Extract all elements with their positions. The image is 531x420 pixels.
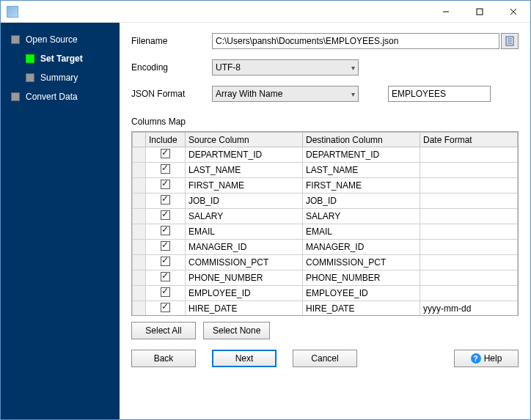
source-cell[interactable]: EMAIL [186, 224, 303, 240]
browse-button[interactable] [501, 33, 519, 49]
row-header-cell[interactable] [133, 209, 146, 224]
include-header[interactable]: Include [146, 133, 186, 147]
destination-cell[interactable]: LAST_NAME [303, 163, 420, 178]
destination-cell[interactable]: DEPARTMENT_ID [303, 147, 420, 163]
destination-cell[interactable]: PHONE_NUMBER [303, 270, 420, 286]
table-row[interactable]: FIRST_NAMEFIRST_NAME [133, 178, 518, 194]
row-header-cell[interactable] [133, 286, 146, 301]
table-row[interactable]: LAST_NAMELAST_NAME [133, 163, 518, 178]
row-header-cell[interactable] [133, 147, 146, 163]
step-open-source[interactable]: Open Source [1, 30, 120, 49]
date-format-cell[interactable] [420, 270, 518, 286]
include-cell[interactable] [146, 178, 186, 194]
include-cell[interactable] [146, 209, 186, 224]
date-format-cell[interactable] [420, 286, 518, 301]
include-cell[interactable] [146, 270, 186, 286]
table-row[interactable]: MANAGER_IDMANAGER_ID [133, 240, 518, 255]
source-cell[interactable]: DEPARTMENT_ID [186, 147, 303, 163]
source-cell[interactable]: EMPLOYEE_ID [186, 286, 303, 301]
destination-cell[interactable]: HIRE_DATE [303, 301, 420, 317]
destination-cell[interactable]: EMAIL [303, 224, 420, 240]
source-column-header[interactable]: Source Column [186, 133, 303, 147]
help-label: Help [484, 353, 502, 364]
include-checkbox[interactable] [161, 226, 170, 235]
include-checkbox[interactable] [161, 303, 170, 312]
destination-column-header[interactable]: Destination Column [303, 133, 420, 147]
source-cell[interactable]: MANAGER_ID [186, 240, 303, 255]
destination-cell[interactable]: FIRST_NAME [303, 178, 420, 194]
destination-cell[interactable]: MANAGER_ID [303, 240, 420, 255]
date-format-cell[interactable] [420, 240, 518, 255]
include-checkbox[interactable] [161, 257, 170, 266]
table-row[interactable]: COMMISSION_PCTCOMMISSION_PCT [133, 255, 518, 270]
source-cell[interactable]: JOB_ID [186, 194, 303, 209]
include-checkbox[interactable] [161, 272, 170, 281]
minimize-button[interactable] [429, 1, 463, 23]
include-checkbox[interactable] [161, 287, 170, 297]
select-all-button[interactable]: Select All [131, 322, 196, 339]
table-row[interactable]: EMAILEMAIL [133, 224, 518, 240]
include-checkbox[interactable] [161, 180, 170, 189]
source-cell[interactable]: LAST_NAME [186, 163, 303, 178]
close-button[interactable] [497, 1, 530, 23]
step-convert-data[interactable]: Convert Data [1, 87, 120, 106]
row-header-cell[interactable] [133, 301, 146, 317]
destination-cell[interactable]: EMPLOYEE_ID [303, 286, 420, 301]
date-format-cell[interactable] [420, 194, 518, 209]
source-cell[interactable]: SALARY [186, 209, 303, 224]
row-header-cell[interactable] [133, 224, 146, 240]
filename-input[interactable] [212, 33, 499, 49]
table-row[interactable]: HIRE_DATEHIRE_DATEyyyy-mm-dd [133, 301, 518, 317]
date-format-cell[interactable] [420, 209, 518, 224]
date-format-cell[interactable]: yyyy-mm-dd [420, 301, 518, 317]
step-summary[interactable]: Summary [1, 68, 120, 87]
row-header-cell[interactable] [133, 163, 146, 178]
include-checkbox[interactable] [161, 241, 170, 251]
include-cell[interactable] [146, 255, 186, 270]
date-format-cell[interactable] [420, 147, 518, 163]
select-none-button[interactable]: Select None [203, 322, 270, 339]
include-cell[interactable] [146, 240, 186, 255]
table-row[interactable]: PHONE_NUMBERPHONE_NUMBER [133, 270, 518, 286]
json-format-select[interactable]: Array With Name ▾ [212, 86, 359, 102]
step-set-target[interactable]: Set Target [1, 49, 120, 68]
include-cell[interactable] [146, 147, 186, 163]
json-name-input[interactable] [388, 86, 491, 102]
include-checkbox[interactable] [161, 164, 170, 174]
include-cell[interactable] [146, 286, 186, 301]
date-format-cell[interactable] [420, 163, 518, 178]
destination-cell[interactable]: JOB_ID [303, 194, 420, 209]
date-format-cell[interactable] [420, 224, 518, 240]
date-format-header[interactable]: Date Format [420, 133, 518, 147]
row-header-cell[interactable] [133, 255, 146, 270]
row-header-cell[interactable] [133, 194, 146, 209]
table-row[interactable]: SALARYSALARY [133, 209, 518, 224]
include-cell[interactable] [146, 163, 186, 178]
destination-cell[interactable]: COMMISSION_PCT [303, 255, 420, 270]
destination-cell[interactable]: SALARY [303, 209, 420, 224]
encoding-select[interactable]: UTF-8 ▾ [212, 59, 359, 75]
date-format-cell[interactable] [420, 255, 518, 270]
source-cell[interactable]: HIRE_DATE [186, 301, 303, 317]
date-format-cell[interactable] [420, 178, 518, 194]
source-cell[interactable]: PHONE_NUMBER [186, 270, 303, 286]
table-row[interactable]: DEPARTMENT_IDDEPARTMENT_ID [133, 147, 518, 163]
row-header-cell[interactable] [133, 270, 146, 286]
include-checkbox[interactable] [161, 210, 170, 220]
include-checkbox[interactable] [161, 195, 170, 205]
help-button[interactable]: ? Help [454, 350, 519, 367]
source-cell[interactable]: FIRST_NAME [186, 178, 303, 194]
cancel-button[interactable]: Cancel [293, 350, 357, 367]
row-header-cell[interactable] [133, 178, 146, 194]
next-button[interactable]: Next [212, 350, 277, 367]
table-row[interactable]: EMPLOYEE_IDEMPLOYEE_ID [133, 286, 518, 301]
include-cell[interactable] [146, 301, 186, 317]
back-button[interactable]: Back [131, 350, 196, 367]
include-cell[interactable] [146, 224, 186, 240]
include-checkbox[interactable] [161, 149, 170, 158]
maximize-button[interactable] [463, 1, 497, 23]
source-cell[interactable]: COMMISSION_PCT [186, 255, 303, 270]
include-cell[interactable] [146, 194, 186, 209]
row-header-cell[interactable] [133, 240, 146, 255]
table-row[interactable]: JOB_IDJOB_ID [133, 194, 518, 209]
